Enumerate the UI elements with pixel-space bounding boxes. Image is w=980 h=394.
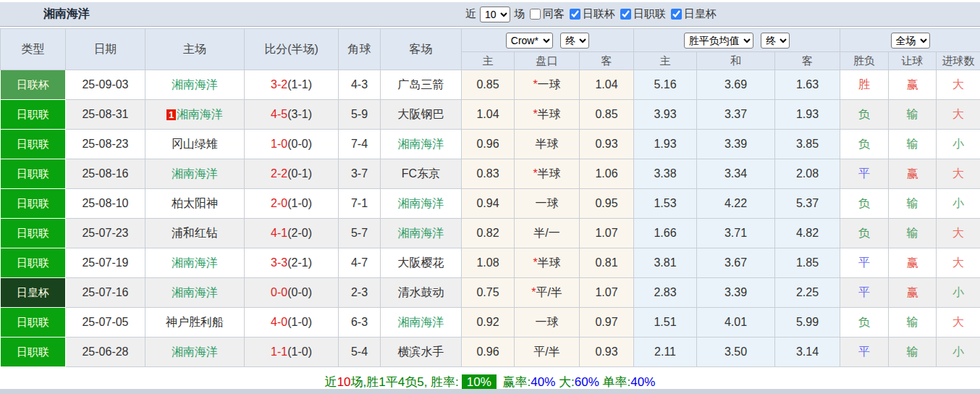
- header-row-top: 类型 日期 主场 比分(半场) 角球 客场 Crow* 终 胜平负均值 终: [1, 29, 980, 52]
- odds-dropdown-group: Crow* 终: [462, 29, 634, 52]
- home-team-cell: 湘南海洋: [145, 278, 245, 308]
- handicap-result-cell: 输: [889, 308, 937, 338]
- horizontal-scrollbar[interactable]: [0, 389, 980, 394]
- emperor-cup-checkbox[interactable]: [671, 9, 682, 20]
- scope-select[interactable]: 全场: [891, 33, 930, 49]
- handicap-win-rate-value: 40%: [531, 375, 555, 389]
- handicap-result-cell: 赢: [889, 159, 937, 189]
- odds-away-cell: 1.06: [580, 159, 634, 189]
- corner-cell: 6-3: [339, 308, 381, 338]
- away-team-cell: 清水鼓动: [381, 278, 462, 308]
- corner-cell: 4-3: [339, 70, 381, 100]
- odds-home-cell: 1.04: [462, 100, 515, 130]
- away-team-name: FC东京: [402, 167, 440, 180]
- same-away-checkbox[interactable]: [530, 9, 541, 20]
- odd-rate-label: 单率:: [603, 375, 631, 389]
- away-team-cell: 大阪樱花: [381, 248, 462, 278]
- filter-label: 日联杯: [583, 7, 615, 21]
- avg-type-select[interactable]: 胜平负均值: [684, 33, 753, 49]
- avg-away-cell: 2.25: [775, 278, 840, 308]
- full-time-score: 2-2: [271, 167, 287, 180]
- odds-away-cell: 0.95: [580, 189, 634, 219]
- handicap-result-cell: 输: [889, 189, 937, 219]
- col-header-date: 日期: [66, 29, 145, 70]
- filter-league-cup[interactable]: 日联杯: [568, 7, 615, 21]
- odds-home-cell: 0.82: [462, 219, 515, 248]
- goals-result-cell: 大: [937, 70, 980, 100]
- goals-result-cell: 大: [937, 308, 980, 338]
- filter-controls: 近 10 场 同客 日联杯 日职联 日皇杯: [465, 7, 717, 22]
- handicap-name: 半球: [536, 138, 559, 150]
- league-badge: 日职联: [1, 189, 66, 219]
- home-team-name: 柏太阳神: [172, 197, 218, 209]
- away-team-name: 清水鼓动: [398, 286, 444, 298]
- away-team-cell: 广岛三箭: [381, 70, 462, 100]
- match-date: 25-08-16: [66, 159, 145, 189]
- col-header-away: 客场: [381, 29, 462, 70]
- away-team-cell: 湘南海洋: [381, 219, 462, 248]
- odds-state-select[interactable]: 终: [560, 33, 589, 49]
- filter-emperor-cup[interactable]: 日皇杯: [669, 7, 717, 21]
- col-header-type: 类型: [1, 29, 66, 70]
- result-cell: 负: [840, 308, 889, 338]
- goals-result-cell: 小: [937, 130, 980, 159]
- avg-home-cell: 2.11: [634, 338, 697, 367]
- league-cup-checkbox[interactable]: [570, 9, 580, 20]
- subcol-result: 胜负: [840, 52, 889, 70]
- full-time-score: 1-1: [271, 345, 287, 358]
- home-team-cell: 浦和红钻: [145, 219, 245, 248]
- odds-company-select[interactable]: Crow*: [506, 33, 553, 49]
- avg-draw-cell: 3.71: [697, 219, 775, 248]
- full-time-score: 4-5: [271, 108, 287, 120]
- filter-j-league[interactable]: 日职联: [619, 7, 666, 21]
- odds-home-cell: 0.85: [462, 70, 515, 100]
- half-time-score: (0-0): [287, 286, 312, 298]
- match-row: 日联杯 25-09-03 湘南海洋 3-2(1-1) 4-3 广岛三箭 0.85…: [1, 70, 980, 100]
- handicap-name: 半球: [538, 167, 561, 180]
- page-title-team: 湘南海洋: [43, 7, 90, 22]
- odds-home-cell: 1.08: [462, 248, 515, 278]
- avg-home-cell: 1.51: [634, 308, 697, 338]
- score-cell: 4-0(1-0): [245, 308, 339, 338]
- match-row: 日职联 25-07-19 湘南海洋 3-3(2-1) 4-7 大阪樱花 1.08…: [1, 248, 980, 278]
- filter-label: 日职联: [633, 7, 666, 21]
- full-time-score: 4-0: [271, 316, 287, 328]
- home-team-name: 湘南海洋: [172, 286, 218, 298]
- handicap-win-rate-label: 赢率:: [503, 375, 531, 389]
- j-league-checkbox[interactable]: [620, 9, 631, 20]
- avg-home-cell: 1.66: [634, 219, 697, 248]
- handicap-name: 半/一: [533, 227, 559, 239]
- avg-away-cell: 2.08: [775, 159, 840, 189]
- avg-state-select[interactable]: 终: [761, 33, 790, 49]
- result-cell: 负: [840, 100, 889, 130]
- near-label: 近: [465, 7, 476, 21]
- avg-draw-cell: 3.69: [697, 70, 775, 100]
- odds-home-cell: 0.92: [462, 308, 515, 338]
- corner-cell: 2-3: [339, 278, 381, 308]
- league-badge: 日职联: [1, 308, 66, 338]
- match-row: 日职联 25-08-16 湘南海洋 2-2(0-1) 3-7 FC东京 0.83…: [1, 159, 980, 189]
- league-badge: 日职联: [1, 219, 66, 248]
- avg-draw-cell: 3.34: [697, 159, 775, 189]
- avg-home-cell: 3.38: [634, 159, 697, 189]
- handicap-name: 一球: [536, 316, 559, 328]
- subcol-avg-draw: 和: [697, 52, 775, 70]
- same-away-filter[interactable]: 同客: [528, 7, 565, 21]
- full-time-score: 0-0: [271, 286, 287, 298]
- handicap-name: 平/半: [536, 286, 562, 298]
- corner-cell: 4-7: [339, 248, 381, 278]
- away-team-name: 横滨水手: [398, 345, 444, 358]
- full-time-score: 4-1: [271, 227, 287, 239]
- goals-result-cell: 大: [937, 159, 980, 189]
- same-away-label: 同客: [543, 7, 565, 21]
- top-bar: 湘南海洋 近 10 场 同客 日联杯 日职联 日皇杯: [0, 2, 980, 27]
- home-team-cell: 1湘南海洋: [145, 100, 245, 130]
- subcol-avg-home: 主: [634, 52, 697, 70]
- avg-home-cell: 3.81: [634, 248, 697, 278]
- match-row: 日职联 25-06-28 湘南海洋 1-1(1-0) 5-4 横滨水手 0.96…: [1, 338, 980, 367]
- match-row: 日职联 25-08-31 1湘南海洋 4-5(3-1) 5-9 大阪钢巴 1.0…: [1, 100, 980, 130]
- league-badge: 日职联: [1, 130, 66, 159]
- match-count-select[interactable]: 10: [480, 7, 510, 22]
- full-time-score: 1-0: [271, 138, 287, 150]
- goals-result-cell: 大: [937, 219, 980, 248]
